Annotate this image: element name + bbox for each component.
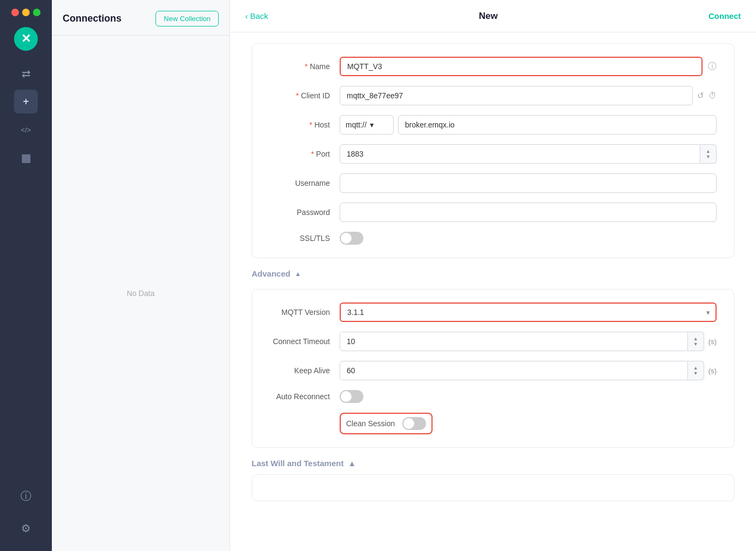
maximize-dot[interactable]	[33, 9, 40, 16]
keep-alive-label: Keep Alive	[269, 366, 340, 375]
ssl-tls-toggle[interactable]	[340, 232, 363, 245]
client-id-row: * Client ID ↺ ⏱	[269, 86, 717, 105]
sidebar-item-connections[interactable]: ⇄	[14, 62, 38, 85]
advanced-label: Advanced	[252, 269, 291, 278]
advanced-section-header[interactable]: Advanced ▲	[252, 269, 734, 278]
sidebar-bottom: ⓘ ⚙	[14, 484, 38, 545]
host-input[interactable]	[398, 115, 717, 135]
clean-session-toggle[interactable]	[402, 417, 426, 430]
clean-session-knob	[403, 418, 414, 429]
advanced-chevron: ▲	[295, 270, 301, 278]
refresh-client-id-icon[interactable]: ↺	[697, 91, 704, 100]
connect-timeout-wrap: ▲ ▼	[340, 332, 704, 351]
last-will-header[interactable]: Last Will and Testament ▲	[252, 459, 734, 468]
new-collection-button[interactable]: New Collection	[156, 11, 219, 26]
ssl-tls-row: SSL/TLS	[269, 232, 717, 245]
name-label: * Name	[269, 62, 340, 71]
client-id-icons: ↺ ⏱	[697, 91, 717, 100]
keep-alive-spinner[interactable]: ▲ ▼	[688, 361, 704, 380]
clean-session-text: Clean Session	[346, 419, 395, 428]
keep-alive-unit: (s)	[708, 367, 717, 375]
name-info-icon[interactable]: ⓘ	[708, 61, 717, 72]
connect-timeout-spinner[interactable]: ▲ ▼	[688, 332, 704, 351]
connect-timeout-row: Connect Timeout ▲ ▼ (s)	[269, 332, 717, 351]
auto-reconnect-row: Auto Reconnect	[269, 390, 717, 403]
sidebar-item-code[interactable]: </>	[14, 118, 38, 142]
mqtt-version-select-wrap: 3.1.1 5.0 3.1 ▾	[340, 303, 717, 322]
timeout-up-arrow: ▲	[693, 336, 698, 341]
host-wrap: mqtt:// ▾	[340, 115, 717, 135]
connections-icon: ⇄	[22, 67, 31, 80]
mqtt-version-row: MQTT Version 3.1.1 5.0 3.1 ▾	[269, 303, 717, 322]
last-will-section	[252, 474, 734, 501]
connections-header: Connections New Collection	[52, 0, 230, 36]
close-dot[interactable]	[11, 9, 19, 16]
clean-session-highlight-box: Clean Session	[340, 413, 433, 434]
host-protocol-select[interactable]: mqtt:// ▾	[340, 115, 394, 135]
auto-reconnect-label: Auto Reconnect	[269, 392, 340, 401]
main-header: ‹ Back New Connect	[230, 0, 756, 32]
port-label: * Port	[269, 150, 340, 158]
host-row: * Host mqtt:// ▾	[269, 115, 717, 135]
sidebar: ✕ ⇄ + </> ▦ ⓘ ⚙	[0, 0, 52, 551]
port-spinner[interactable]: ▲ ▼	[700, 144, 717, 164]
auto-reconnect-toggle[interactable]	[340, 390, 363, 403]
sidebar-item-add[interactable]: +	[14, 90, 38, 113]
sidebar-item-info[interactable]: ⓘ	[14, 484, 38, 508]
connect-button[interactable]: Connect	[708, 11, 741, 21]
connect-timeout-input[interactable]	[340, 332, 688, 351]
code-icon: </>	[21, 126, 31, 134]
password-input[interactable]	[340, 203, 717, 222]
connect-timeout-unit: (s)	[708, 338, 717, 346]
client-id-wrap	[340, 86, 693, 105]
name-input-wrap	[340, 57, 703, 76]
last-will-chevron: ▲	[348, 459, 356, 468]
mqtt-version-label: MQTT Version	[269, 308, 340, 317]
password-row: Password	[269, 203, 717, 222]
sidebar-item-settings[interactable]: ⚙	[14, 516, 38, 540]
clean-session-row: Clean Session	[269, 413, 717, 434]
password-label: Password	[269, 208, 340, 217]
advanced-settings-section: MQTT Version 3.1.1 5.0 3.1 ▾ Connect Tim…	[252, 289, 734, 448]
port-down-arrow: ▼	[706, 154, 711, 159]
timeout-down-arrow: ▼	[693, 341, 698, 347]
app-logo: ✕	[14, 27, 38, 51]
keep-alive-wrap: ▲ ▼	[340, 361, 704, 380]
form-area: * Name ⓘ * Client ID ↺ ⏱	[230, 32, 756, 551]
page-title: New	[268, 11, 708, 22]
gear-icon: ⚙	[21, 522, 31, 535]
client-id-input[interactable]	[340, 86, 693, 105]
basic-settings-section: * Name ⓘ * Client ID ↺ ⏱	[252, 43, 734, 258]
port-row: * Port ▲ ▼	[269, 144, 717, 164]
connect-timeout-label: Connect Timeout	[269, 337, 340, 346]
minimize-dot[interactable]	[22, 9, 30, 16]
advanced-section-header-wrap: Advanced ▲	[252, 269, 734, 278]
logo-icon: ✕	[21, 32, 31, 46]
keep-alive-input[interactable]	[340, 361, 688, 380]
name-row: * Name ⓘ	[269, 57, 717, 76]
last-will-section-header-wrap: Last Will and Testament ▲	[252, 459, 734, 468]
ssl-tls-label: SSL/TLS	[269, 234, 340, 243]
add-icon: +	[23, 96, 29, 108]
host-protocol-value: mqtt://	[346, 120, 367, 129]
name-input[interactable]	[340, 57, 703, 76]
username-input[interactable]	[340, 173, 717, 193]
keep-alive-row: Keep Alive ▲ ▼ (s)	[269, 361, 717, 380]
port-input[interactable]	[340, 144, 700, 164]
username-label: Username	[269, 179, 340, 187]
connections-title: Connections	[63, 13, 122, 24]
host-protocol-chevron: ▾	[370, 120, 374, 129]
keepalive-down-arrow: ▼	[693, 371, 698, 376]
client-id-label: * Client ID	[269, 91, 340, 100]
no-data-label: No Data	[52, 36, 230, 551]
back-button[interactable]: ‹ Back	[245, 11, 268, 21]
keepalive-up-arrow: ▲	[693, 365, 698, 371]
mqtt-version-select[interactable]: 3.1.1 5.0 3.1	[340, 303, 717, 322]
connections-panel: Connections New Collection No Data	[52, 0, 230, 551]
last-will-label: Last Will and Testament	[252, 459, 343, 468]
info-circle-icon: ⓘ	[21, 489, 31, 503]
clock-icon[interactable]: ⏱	[708, 91, 717, 100]
sidebar-item-chart[interactable]: ▦	[14, 146, 38, 170]
main-content: ‹ Back New Connect * Name ⓘ * Client ID	[230, 0, 756, 551]
port-up-arrow: ▲	[706, 149, 711, 154]
